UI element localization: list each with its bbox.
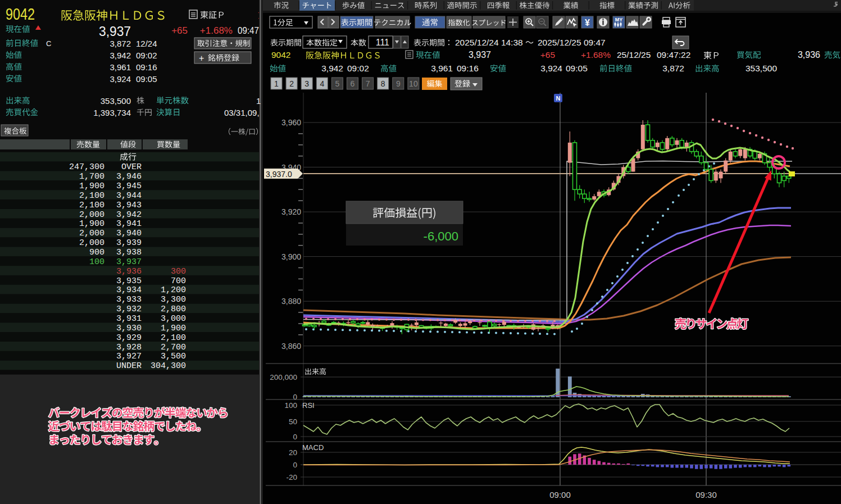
- svg-text:1,900: 1,900: [79, 181, 104, 191]
- svg-text:3,942: 3,942: [116, 210, 142, 220]
- svg-text:3,928: 3,928: [116, 343, 142, 352]
- svg-text:200,000: 200,000: [270, 373, 297, 382]
- svg-text:09:00: 09:00: [549, 490, 571, 500]
- svg-text:2,000: 2,000: [79, 238, 104, 248]
- svg-text:MACD: MACD: [302, 443, 324, 452]
- svg-text:3,929: 3,929: [116, 333, 142, 343]
- svg-text:100: 100: [284, 401, 297, 410]
- svg-text:3,961: 3,961: [431, 63, 453, 73]
- svg-text:0: 0: [293, 393, 297, 401]
- svg-text:9042: 9042: [6, 5, 35, 23]
- svg-text:3,940: 3,940: [116, 229, 142, 238]
- svg-text:1,393,734: 1,393,734: [93, 108, 131, 117]
- svg-text:247,300: 247,300: [69, 162, 104, 172]
- svg-text:RSI: RSI: [302, 401, 315, 410]
- svg-text:3,938: 3,938: [116, 248, 142, 257]
- svg-text:3,944: 3,944: [116, 191, 142, 201]
- svg-text:¥: ¥: [585, 18, 590, 28]
- svg-text:09:02: 09:02: [136, 51, 157, 60]
- svg-text:304,300: 304,300: [151, 361, 186, 371]
- svg-text:3,943: 3,943: [116, 201, 142, 210]
- svg-text:0: 0: [293, 461, 297, 469]
- svg-text:20: 20: [289, 448, 297, 457]
- svg-text:3,945: 3,945: [116, 181, 142, 191]
- svg-text:3,937.0: 3,937.0: [266, 170, 292, 179]
- svg-text:3,936: 3,936: [116, 267, 142, 276]
- svg-text:UNDER: UNDER: [116, 361, 142, 371]
- svg-text:-6,000: -6,000: [424, 229, 458, 243]
- svg-text:3,927: 3,927: [116, 352, 142, 361]
- svg-text:N: N: [556, 95, 561, 102]
- svg-text:2,100: 2,100: [161, 333, 186, 343]
- svg-text:2025/12/24 14:38: 2025/12/24 14:38: [455, 38, 523, 47]
- svg-text:09:16: 09:16: [136, 62, 157, 72]
- svg-text:4: 4: [320, 79, 324, 88]
- svg-text:1: 1: [274, 79, 279, 88]
- svg-text:3,946: 3,946: [116, 172, 142, 181]
- svg-text:6: 6: [351, 79, 355, 88]
- svg-text:3,936: 3,936: [798, 50, 820, 60]
- svg-text:2: 2: [289, 79, 294, 88]
- svg-text:2,800: 2,800: [161, 305, 186, 314]
- svg-text:900: 900: [89, 248, 104, 257]
- svg-text:5: 5: [335, 79, 340, 88]
- svg-text:+65: +65: [171, 25, 188, 36]
- svg-text:3,500: 3,500: [161, 352, 186, 361]
- svg-text:3,960: 3,960: [281, 118, 301, 127]
- svg-text:+65: +65: [540, 50, 555, 60]
- svg-text:3,937: 3,937: [469, 50, 491, 60]
- svg-text:100: 100: [89, 257, 104, 267]
- svg-text:3,942: 3,942: [321, 63, 343, 73]
- svg-text:3,872: 3,872: [110, 39, 131, 48]
- svg-text:1,200: 1,200: [161, 285, 186, 295]
- svg-text:12/24: 12/24: [136, 39, 157, 48]
- svg-text:3,942: 3,942: [110, 51, 131, 60]
- svg-text:3,920: 3,920: [281, 207, 301, 216]
- svg-text:3,932: 3,932: [116, 305, 142, 314]
- svg-text:1,700: 1,700: [79, 172, 104, 181]
- svg-text:353,500: 353,500: [745, 63, 777, 73]
- svg-text:3,880: 3,880: [281, 297, 301, 306]
- svg-text:3,961: 3,961: [110, 62, 131, 72]
- svg-text:+1.68%: +1.68%: [581, 50, 611, 60]
- svg-text:3,930: 3,930: [116, 324, 142, 333]
- svg-text:3,935: 3,935: [116, 276, 142, 286]
- svg-text:9: 9: [396, 79, 401, 88]
- svg-text:3,937: 3,937: [99, 24, 131, 39]
- svg-text:3,934: 3,934: [116, 285, 142, 295]
- svg-text:9042: 9042: [271, 50, 290, 60]
- svg-text:2,000: 2,000: [79, 210, 104, 220]
- svg-text:2025/12/25 09:47: 2025/12/25 09:47: [538, 38, 606, 47]
- svg-text:2,700: 2,700: [161, 343, 186, 352]
- svg-text:09:47: 09:47: [238, 25, 259, 36]
- svg-text:3,300: 3,300: [161, 295, 186, 305]
- svg-text:700: 700: [171, 276, 186, 286]
- svg-text:09:05: 09:05: [566, 63, 588, 73]
- svg-text:1: 1: [256, 96, 261, 106]
- svg-text:2,000: 2,000: [79, 229, 104, 238]
- svg-text:09:30: 09:30: [695, 490, 717, 500]
- svg-text:3,924: 3,924: [110, 74, 131, 84]
- svg-text:1,900: 1,900: [161, 324, 186, 333]
- svg-text:3,924: 3,924: [540, 63, 562, 73]
- svg-text:3: 3: [304, 79, 309, 88]
- svg-text:09:16: 09:16: [457, 63, 479, 73]
- svg-text:2,100: 2,100: [79, 201, 104, 210]
- svg-text:03/31,09,: 03/31,09,: [224, 108, 260, 117]
- svg-text:3,941: 3,941: [116, 219, 142, 229]
- svg-text:2,100: 2,100: [79, 191, 104, 201]
- svg-text:300: 300: [171, 267, 186, 276]
- svg-text:7: 7: [366, 79, 370, 88]
- svg-text:3,872: 3,872: [662, 63, 684, 73]
- svg-text:1,900: 1,900: [79, 219, 104, 229]
- svg-text:25/12/25: 25/12/25: [617, 50, 651, 60]
- svg-text:353,500: 353,500: [101, 96, 131, 106]
- svg-text:09:05: 09:05: [136, 74, 157, 84]
- svg-text:111: 111: [376, 38, 389, 47]
- svg-text:3,931: 3,931: [116, 314, 142, 324]
- svg-text:0: 0: [293, 433, 297, 441]
- svg-text:3,860: 3,860: [281, 342, 301, 351]
- svg-text:+1.68%: +1.68%: [200, 25, 233, 36]
- svg-text:3,937: 3,937: [116, 257, 142, 267]
- svg-text:3,000: 3,000: [161, 314, 186, 324]
